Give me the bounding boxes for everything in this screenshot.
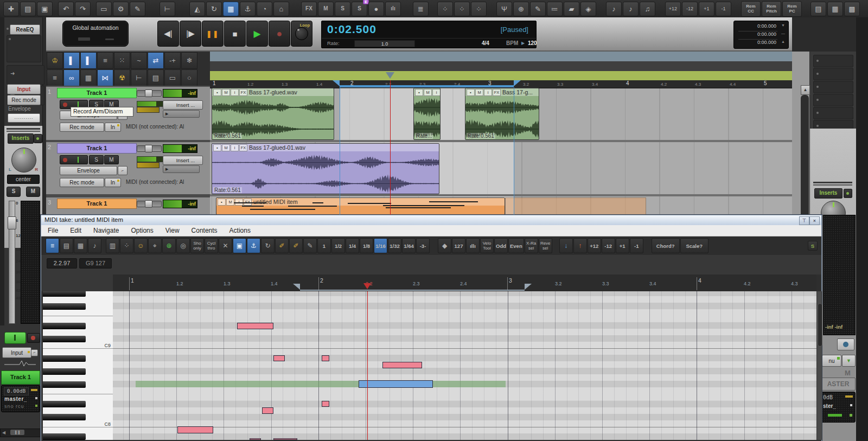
arrange-view[interactable]: 123451.21.31.42.22.32.43.23.33.44.24.34.… [210,52,792,215]
track-volume-fader[interactable] [137,201,162,207]
pitch-plus12-button[interactable]: +12 [665,2,681,16]
pencil-b-icon[interactable]: ✐ [289,238,303,253]
fx-slot-reaeq[interactable]: ReaEQ [10,24,40,35]
midi-note[interactable] [322,355,329,361]
loop-icon[interactable]: ↻ [206,2,222,16]
midi-note[interactable] [322,401,329,407]
black-key[interactable] [43,414,86,420]
pitch-plus1-button[interactable]: +1 [699,2,714,16]
menu-lines-icon[interactable]: ≡ [47,69,63,86]
minus12-button[interactable]: -12 [602,238,615,253]
plus12-button[interactable]: +12 [588,238,601,253]
cc-lane-icon[interactable]: ⌖ [148,238,162,253]
menu-edit[interactable]: Edit [70,227,81,234]
track-rec-mode-button[interactable]: Rec mode [60,123,104,132]
aux-arrow-2[interactable]: ▲ [781,40,785,43]
view-event-list-icon[interactable]: ▦ [74,238,87,253]
volume-fader[interactable] [9,201,15,324]
midi-note[interactable] [262,407,273,414]
solo-button[interactable]: S [7,187,21,197]
track-fader-handle[interactable] [145,200,152,208]
midi-note-selected[interactable] [359,380,433,388]
insert-fx-button[interactable]: Insert ... [163,156,203,165]
item-mute-button[interactable]: M [222,89,230,96]
metronome-icon[interactable]: ◭ [189,2,205,16]
menu-contents[interactable]: Contents [192,227,218,234]
bandage-icon[interactable]: ▰ [564,2,579,16]
fader-a-icon[interactable]: ▌ [63,52,80,69]
bpm-value[interactable]: 120 [528,40,537,46]
pitch-minus12-button[interactable]: -12 [682,2,698,16]
grid-marker-icon[interactable]: ⊢ [159,2,175,16]
pan-value-display[interactable]: center [7,175,40,184]
menu-navigate[interactable]: Navigate [93,227,119,234]
track-panel-3[interactable]: 3Track 1-inf [46,197,210,215]
pencil-a-icon[interactable]: ✐ [275,238,289,253]
item-mute-button[interactable]: M [475,89,483,96]
horizontal-scrollbar[interactable]: ◀ ❚❚ [0,429,42,437]
item-info-button[interactable]: i [484,89,492,96]
item-mute-button[interactable]: M [222,144,230,151]
item-lock-icon[interactable]: ▪ [415,89,423,96]
secondary-time-display[interactable]: 0:00.000▼0:00.000—0:00.000▲ [733,21,789,49]
track-envelope-button[interactable]: Envelope [60,166,117,175]
transport-time-display[interactable]: 0:02.500 [Paused] Rate: 1.0 4/4 BPM ▶ 12… [321,21,537,48]
midi-note[interactable] [250,438,261,440]
black-key[interactable] [43,303,86,310]
global-automation-display[interactable]: Global automation [62,21,129,47]
midi-editor-titlebar[interactable]: MIDI take: untitled MIDI item ⊤ × [41,215,821,225]
routing-list-icon[interactable]: ≣ [413,2,429,16]
view-named-notes-icon[interactable]: ▤ [60,238,73,253]
reve-sel-button[interactable]: Reve sel [539,238,552,253]
len-1-32-button[interactable]: 1/32 [388,238,401,253]
midi-selection-end[interactable] [525,284,532,290]
note-a-icon[interactable]: ♪ [606,2,622,16]
zoom-tool-icon[interactable]: ◎ [176,238,190,253]
remove-pitch-button[interactable]: Rem Pitch [762,1,781,17]
insert-keyboard-icon[interactable]: ▤ [148,69,164,86]
output-dropdown-button[interactable]: ▼ [842,355,856,367]
record-icon[interactable]: ● [368,2,384,16]
item-info-button[interactable]: i [231,89,239,96]
track-volume-fader[interactable] [137,145,162,152]
group-c-icon[interactable]: ⁘ [471,2,487,16]
record-arm-button[interactable] [60,155,88,164]
media-item[interactable]: ▪MiFXuntitled MIDI item [216,197,505,215]
plus1-button[interactable]: +1 [616,238,629,253]
midi-vscrollbar[interactable] [817,291,822,440]
black-key[interactable] [43,291,86,297]
master-crown-icon[interactable]: ♔ [47,52,63,69]
mixer-strip-icon[interactable]: ≡ [97,52,113,69]
pencil-icon[interactable]: ✎ [530,2,546,16]
play-button[interactable]: ▶ [246,21,268,47]
anchor-icon[interactable]: ⚓ [240,2,256,16]
master-env-button[interactable] [837,338,854,350]
black-key[interactable] [43,401,86,407]
media-item[interactable]: ▪MiRate... [413,88,441,140]
black-key[interactable] [43,323,86,329]
track-rec-mode-button[interactable]: Rec mode [60,178,104,187]
diamond-icon[interactable]: ◆ [438,238,451,253]
loop-button[interactable]: Loop [291,21,312,47]
track-input-button[interactable]: In [105,123,121,132]
velocity-127-icon[interactable]: 127 [452,238,465,253]
len-1-64-button[interactable]: 1/64 [402,238,416,253]
stamp-icon[interactable]: ⊕ [513,2,529,16]
show-only-button[interactable]: Sho only [190,238,204,253]
octave-up-icon[interactable]: ↑ [573,238,587,253]
scroll-up-icon[interactable]: ▲ [801,85,810,95]
inserts-enable-icon[interactable] [34,134,42,143]
aux-arrow-0[interactable]: ▼ [781,23,785,27]
home-icon[interactable]: ⌂ [273,2,289,16]
group-b-icon[interactable]: ⁘ [454,2,470,16]
master-volume-display[interactable]: 0.00dB master_ sno rcu [1,385,40,412]
x-ra-sel-button[interactable]: X-Ra sel [525,238,538,253]
black-key[interactable] [43,381,86,388]
insert-monitor-icon[interactable]: ▭ [164,69,181,86]
go-start-button[interactable]: ◀| [157,21,179,47]
rec-mode-button[interactable]: Rec mode [7,95,41,105]
track-fader-handle[interactable] [145,90,152,97]
octave-down-icon[interactable]: ↓ [559,238,573,253]
open-project-icon[interactable]: ▤ [20,2,36,16]
tree-icon[interactable]: ⊢ [131,69,147,86]
